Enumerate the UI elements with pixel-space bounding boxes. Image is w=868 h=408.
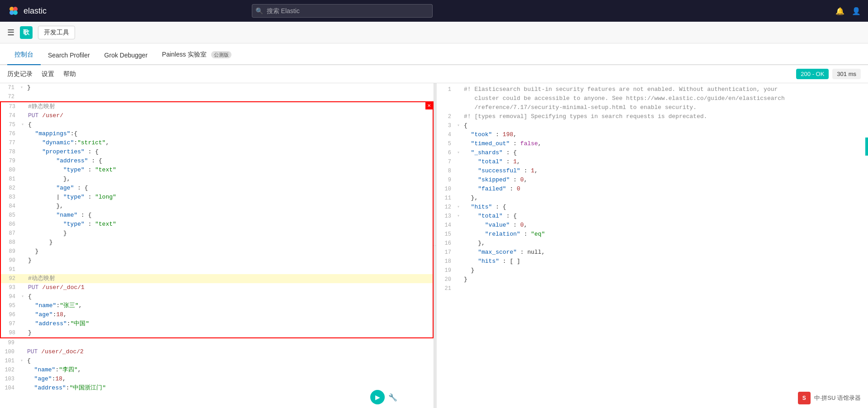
settings-wrench-button[interactable]: 🔧	[388, 390, 397, 404]
code-line-104: 104 "address":"中国浙江门"	[0, 384, 434, 393]
resp-line-1c: /reference/7.17/security-minimal-setup.h…	[437, 103, 868, 112]
code-line-77: 77 "dynamic":"strict",	[0, 138, 434, 147]
search-icon: 🔍	[255, 7, 263, 14]
history-button[interactable]: 历史记录	[7, 70, 33, 78]
tab-console[interactable]: 控制台	[7, 45, 41, 65]
code-line-82: 82 "age" : {	[0, 184, 434, 193]
code-line-98: 98 }	[0, 328, 434, 338]
code-line-92: 92 #动态映射	[0, 274, 434, 283]
resp-line-3: 3 ▾ {	[437, 121, 868, 130]
tab-painless-lab[interactable]: Painless 实验室 公测版	[155, 45, 239, 65]
code-line-72: 72	[0, 92, 434, 101]
code-line-102: 102 "name":"李四",	[0, 365, 434, 375]
resp-line-13: 13 ▾ "total" : {	[437, 212, 868, 221]
painless-badge: 公测版	[211, 51, 231, 58]
code-line-75: 75 ▾ {	[0, 120, 434, 129]
resp-line-1b: cluster could be accessible to anyone. S…	[437, 94, 868, 103]
resp-line-15: 15 "relation" : "eq"	[437, 230, 868, 239]
notification-icon[interactable]: 🔔	[835, 7, 844, 15]
secondary-left: 历史记录 设置 帮助	[7, 70, 76, 78]
ime-text: 中·拼SU 语馆录器	[814, 394, 861, 402]
tabs-bar: 控制台 Search Profiler Grok Debugger Painle…	[0, 43, 868, 65]
resp-line-5: 5 "timed_out" : false,	[437, 139, 868, 148]
resp-line-11: 11 },	[437, 194, 868, 203]
resp-line-18: 18 "hits" : [ ]	[437, 257, 868, 266]
code-line-85: 85 "name" : {	[0, 211, 434, 220]
resp-line-14: 14 "value" : 0,	[437, 221, 868, 230]
resp-line-17: 17 "max_score" : null,	[437, 248, 868, 257]
code-line-91: 91	[0, 265, 434, 274]
navbar: elastic 🔍 🔔 👤	[0, 0, 868, 22]
main-content: 71 ▾ } 72 73 #静态映射 ✕ 74 PUT	[0, 83, 868, 408]
app-badge: 歌	[20, 26, 33, 39]
resp-line-20: 20 }	[437, 275, 868, 284]
search-input[interactable]	[252, 4, 433, 18]
resp-line-19: 19 }	[437, 266, 868, 275]
secondary-toolbar: 历史记录 设置 帮助 200 - OK 301 ms	[0, 65, 868, 83]
logo: elastic	[7, 5, 47, 17]
code-line-95: 95 "name":"张三",	[0, 301, 434, 310]
svg-point-3	[13, 10, 18, 15]
dev-tools-button[interactable]: 开发工具	[38, 26, 75, 39]
user-icon[interactable]: 👤	[852, 7, 861, 15]
resp-line-6: 6 ▾ "_shards" : {	[437, 148, 868, 157]
run-button[interactable]: ▶	[370, 390, 385, 404]
code-line-96: 96 "age":18,	[0, 310, 434, 319]
time-badge: 301 ms	[832, 69, 861, 79]
tab-search-profiler[interactable]: Search Profiler	[41, 46, 97, 65]
code-editor-panel: 71 ▾ } 72 73 #静态映射 ✕ 74 PUT	[0, 83, 434, 408]
code-line-79: 79 "address" : {	[0, 157, 434, 166]
resp-line-2: 2 #! [types removal] Specifying types in…	[437, 112, 868, 121]
bottom-actions: ▶ 🔧	[370, 390, 397, 404]
settings-button[interactable]: 设置	[42, 70, 54, 78]
code-line-74: 74 PUT /user/	[0, 111, 434, 120]
response-panel: 1 #! Elasticsearch built-in security fea…	[437, 83, 868, 408]
code-line-76: 76 "mappings":{	[0, 129, 434, 138]
code-line-81: 81 },	[0, 175, 434, 184]
code-editor[interactable]: 71 ▾ } 72 73 #静态映射 ✕ 74 PUT	[0, 83, 434, 408]
logo-text: elastic	[24, 6, 47, 16]
code-line-84: 84 },	[0, 202, 434, 211]
code-line-103: 103 "age":18,	[0, 375, 434, 384]
status-area: 200 - OK 301 ms	[796, 69, 861, 79]
code-line-86: 86 "type" : "text"	[0, 220, 434, 229]
resp-line-10: 10 "failed" : 0	[437, 185, 868, 194]
code-line-87: 87 }	[0, 229, 434, 238]
code-line-94: 94 ▾ {	[0, 292, 434, 301]
toolbar: ☰ 歌 开发工具	[0, 22, 868, 43]
resp-line-16: 16 },	[437, 239, 868, 248]
code-line-73: 73 #静态映射 ✕	[0, 101, 434, 111]
status-badge: 200 - OK	[796, 69, 829, 79]
code-line-97: 97 "address":"中国"	[0, 319, 434, 328]
resp-line-1: 1 #! Elasticsearch built-in security fea…	[437, 85, 868, 94]
resp-line-12: 12 ▾ "hits" : {	[437, 203, 868, 212]
search-container: 🔍	[252, 4, 433, 18]
resp-line-9: 9 "skipped" : 0,	[437, 176, 868, 185]
selection-close-button[interactable]: ✕	[425, 102, 433, 109]
hamburger-button[interactable]: ☰	[7, 28, 14, 38]
code-line-93: 93 PUT /user/_doc/1	[0, 283, 434, 292]
code-line-88: 88 }	[0, 238, 434, 247]
green-indicator	[865, 138, 868, 156]
code-line-89: 89 }	[0, 247, 434, 256]
code-line-90: 90 }	[0, 256, 434, 265]
resp-line-21: 21	[437, 284, 868, 293]
code-line-101: 101 ▾ {	[0, 356, 434, 365]
code-line-78: 78 "properties" : {	[0, 147, 434, 157]
help-button[interactable]: 帮助	[63, 70, 76, 78]
resp-line-7: 7 "total" : 1,	[437, 157, 868, 166]
sogou-icon: S	[798, 392, 811, 404]
navbar-right: 🔔 👤	[835, 7, 861, 15]
resp-line-4: 4 "took" : 198,	[437, 130, 868, 139]
code-line-99: 99	[0, 338, 434, 347]
code-line-100: 100 PUT /user/_doc/2	[0, 347, 434, 356]
tab-grok-debugger[interactable]: Grok Debugger	[97, 46, 155, 65]
code-line-83: 83 | "type" : "long"	[0, 193, 434, 202]
resp-line-8: 8 "successful" : 1,	[437, 166, 868, 176]
elastic-logo-icon	[7, 5, 20, 17]
code-line-80: 80 "type" : "text"	[0, 166, 434, 175]
bottom-right-area: S 中·拼SU 语馆录器	[798, 392, 861, 404]
response-area[interactable]: 1 #! Elasticsearch built-in security fea…	[437, 83, 868, 408]
code-line-71: 71 ▾ }	[0, 83, 434, 92]
